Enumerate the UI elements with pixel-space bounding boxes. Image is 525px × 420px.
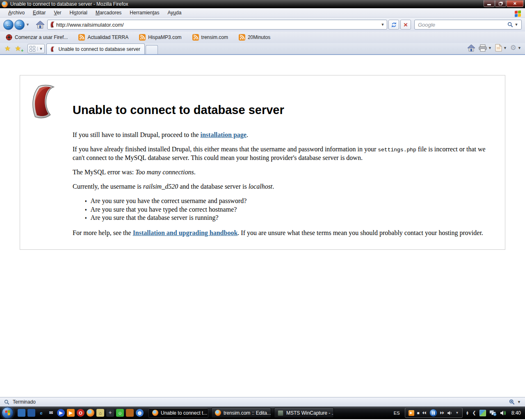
- show-desktop-icon[interactable]: [18, 409, 25, 417]
- zoom-dropdown-icon[interactable]: ▼: [517, 400, 521, 404]
- home-icon: [36, 21, 45, 29]
- menu-ver[interactable]: Ver: [50, 9, 65, 17]
- task-button-label: MSTS WinCapture - ...: [286, 410, 334, 416]
- home-button[interactable]: [36, 21, 45, 29]
- toolbar-expand-icon[interactable]: ▲▼: [466, 411, 469, 415]
- bookmark-comenzar-a-usar-firef-[interactable]: Comenzar a usar Firef...: [5, 33, 68, 41]
- media-player-icon[interactable]: ▶: [57, 409, 65, 417]
- close-button[interactable]: ✕: [507, 0, 523, 7]
- rss-icon: [239, 34, 245, 41]
- tab-toolbar-icons: ▼ ▼ ⚙ ▼: [466, 43, 523, 53]
- bookmark-actualidad-terra[interactable]: Actualidad TERRA: [78, 33, 129, 41]
- menu-herramientas[interactable]: Herramientas: [126, 9, 163, 17]
- media-toolbar: ▶ ■ ⏴⏴ ⏵⏵ ▼: [405, 408, 463, 418]
- taskbar-window-unable-to-connect-t-[interactable]: Unable to connect t...: [148, 408, 208, 418]
- bookmarks-toolbar: Comenzar a usar Firef...Actualidad TERRA…: [0, 32, 525, 43]
- reload-button[interactable]: [388, 20, 399, 30]
- volume-icon[interactable]: [500, 410, 507, 416]
- game-icon[interactable]: ✦: [106, 409, 114, 417]
- language-indicator[interactable]: ES: [392, 410, 402, 416]
- menu-ayuda[interactable]: Ayuda: [163, 9, 185, 17]
- minimize-button[interactable]: [484, 0, 495, 7]
- page-actions-button[interactable]: ▼: [494, 43, 508, 52]
- forward-button[interactable]: →: [14, 20, 25, 30]
- tab-unable-to-connect[interactable]: Unable to connect to database server: [46, 43, 145, 54]
- check-list-item: Are you sure that you have typed the cor…: [85, 205, 498, 214]
- clock[interactable]: 8:40: [511, 410, 521, 416]
- media-player-icon[interactable]: ▶: [409, 410, 414, 416]
- task-button-label: Unable to connect t...: [161, 410, 207, 416]
- print-button[interactable]: ▼: [477, 43, 493, 52]
- previous-track-button[interactable]: ⏴⏴: [422, 411, 427, 415]
- check-list-item: Are you sure you have the correct userna…: [85, 197, 498, 205]
- firefox-icon[interactable]: [87, 409, 94, 417]
- error-text: Unable to connect to database server If …: [20, 75, 505, 237]
- window-title: Unable to connect to database server - M…: [10, 1, 128, 7]
- quick-launch-bar: e✉▶▶O⌂✦☺◍: [18, 409, 144, 417]
- status-search-icon: [4, 399, 9, 405]
- home-button-2[interactable]: [466, 43, 477, 52]
- pause-button[interactable]: [429, 409, 437, 417]
- gear-icon: ⚙: [510, 43, 516, 52]
- drupal-error-box: Unable to connect to database server If …: [20, 75, 505, 250]
- fox-app-icon[interactable]: [126, 409, 134, 417]
- media-volume-dropdown-icon[interactable]: ▼: [456, 411, 459, 415]
- url-input[interactable]: [56, 22, 379, 28]
- stop-button[interactable]: ×: [400, 20, 411, 30]
- zoom-icon[interactable]: [509, 399, 515, 405]
- restore-button[interactable]: [495, 0, 506, 7]
- taskbar-window-msts-wincapture-[interactable]: MSTS WinCapture - ...: [274, 408, 334, 418]
- history-dropdown-icon[interactable]: ▼: [25, 23, 32, 27]
- media-volume-icon[interactable]: [447, 411, 453, 415]
- stop-icon: ×: [404, 21, 408, 28]
- tab-list-button[interactable]: ▼: [27, 44, 45, 53]
- check-list-item: Are you sure that the database server is…: [85, 214, 498, 222]
- url-dropdown-icon[interactable]: ▼: [379, 21, 386, 29]
- handbook-link[interactable]: Installation and upgrading handbook: [133, 229, 238, 236]
- back-button[interactable]: ←: [3, 20, 14, 30]
- browser-viewport: Unable to connect to database server If …: [0, 55, 525, 397]
- bookmark-20minutos[interactable]: 20Minutos: [238, 33, 271, 41]
- home-network-icon[interactable]: ⌂: [96, 409, 104, 417]
- menu-archivo[interactable]: Archivo: [4, 9, 29, 17]
- tray-app-icon[interactable]: [479, 410, 486, 416]
- bookmark-star-icon[interactable]: ★: [2, 43, 13, 53]
- taskbar-window-trensim-com-edita-[interactable]: trensim.com :: Edita...: [211, 408, 271, 418]
- host-value: localhost: [249, 183, 273, 190]
- paragraph-credentials: Currently, the username is railsim_d520 …: [73, 183, 498, 190]
- messenger-icon[interactable]: ☺: [116, 409, 124, 417]
- bookmark-hispamp3-com[interactable]: HispaMP3.com: [138, 33, 182, 41]
- start-button[interactable]: [2, 407, 14, 419]
- page-icon: [495, 44, 502, 52]
- opera-icon[interactable]: O: [77, 409, 84, 417]
- next-track-button[interactable]: ⏵⏵: [440, 411, 444, 415]
- settings-gear-button[interactable]: ⚙ ▼: [509, 43, 523, 53]
- globe-icon[interactable]: ◍: [136, 409, 144, 417]
- network-icon[interactable]: [489, 410, 497, 416]
- mail-icon[interactable]: ✉: [47, 409, 55, 417]
- firefox-icon: [152, 410, 158, 416]
- menu-marcadores[interactable]: Marcadores: [91, 9, 126, 17]
- check-list: Are you sure you have the correct userna…: [73, 197, 498, 222]
- paragraph-install: If you still have to install Drupal, pro…: [73, 131, 498, 139]
- show-hidden-icons-chevron[interactable]: ❮: [472, 410, 476, 415]
- search-engine-dropdown-icon[interactable]: ▼: [513, 21, 520, 29]
- getting-started-icon: [6, 34, 12, 41]
- new-tab-stub[interactable]: [146, 45, 158, 54]
- media-center-icon[interactable]: ▶: [67, 409, 75, 417]
- status-text: Terminado: [13, 399, 36, 405]
- bookmark-trensim-com[interactable]: trensim.com: [192, 33, 229, 41]
- bookmark-label: Actualidad TERRA: [87, 34, 128, 40]
- menu-editar[interactable]: Editar: [29, 9, 50, 17]
- paragraph-mysql-error: The MySQL error was: Too many connection…: [73, 168, 498, 176]
- add-bookmark-icon[interactable]: ★+: [13, 43, 23, 53]
- window-titlebar: Unable to connect to database server - M…: [0, 0, 525, 8]
- search-icon[interactable]: [507, 22, 513, 27]
- flip3d-icon[interactable]: [27, 409, 35, 417]
- menu-historial[interactable]: Historial: [66, 9, 91, 17]
- windows-logo-icon: [515, 9, 521, 17]
- search-input[interactable]: [418, 22, 507, 28]
- internet-explorer-icon[interactable]: e: [37, 409, 45, 417]
- installation-page-link[interactable]: installation page: [200, 131, 246, 138]
- stop-media-button[interactable]: ■: [417, 411, 420, 415]
